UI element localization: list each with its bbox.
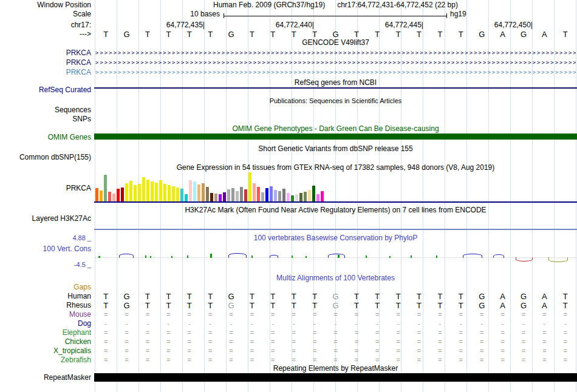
conservation-mark bbox=[228, 253, 247, 258]
base-letter: T bbox=[429, 30, 450, 38]
omim-title[interactable]: OMIM Gene Phenotypes - Dark Green Can Be… bbox=[94, 125, 577, 133]
gtex-expression-bar bbox=[197, 184, 200, 201]
gtex-gene-label[interactable]: PRKCA bbox=[0, 184, 93, 192]
alignment-symbol: - bbox=[158, 320, 179, 328]
multiz-species-label[interactable]: Rhesus bbox=[0, 302, 93, 309]
refseq-title[interactable]: RefSeq genes from NCBI bbox=[94, 79, 577, 87]
base-letter: T bbox=[179, 292, 200, 300]
conservation-mark bbox=[98, 256, 100, 258]
refseq-gene-line[interactable] bbox=[94, 87, 577, 89]
gencode-title[interactable]: GENCODE V49lift37 bbox=[94, 39, 577, 47]
alignment-symbol: = bbox=[409, 347, 429, 355]
multiz-species-label[interactable]: X_tropicalis bbox=[0, 347, 93, 355]
multiz-alignment-row[interactable]: ======================= bbox=[95, 311, 576, 319]
multiz-title[interactable]: Multiz Alignments of 100 Vertebrates bbox=[94, 274, 577, 282]
phylop-min-label: -4.5 _ bbox=[0, 261, 93, 269]
alignment-symbol: = bbox=[471, 329, 492, 337]
alignment-symbol: = bbox=[220, 338, 241, 346]
alignment-symbol: = bbox=[179, 356, 200, 364]
multiz-alignment-row[interactable]: ======================= bbox=[95, 338, 576, 346]
gencode-gene-label[interactable]: PRKCA bbox=[0, 59, 93, 67]
alignment-symbol: = bbox=[492, 338, 513, 346]
h3k27ac-label[interactable]: Layered H3K27Ac bbox=[0, 215, 93, 223]
gtex-expression-bar bbox=[253, 183, 256, 201]
multiz-species-label[interactable]: Zebrafish bbox=[0, 356, 93, 364]
gtex-expression-bar bbox=[240, 187, 243, 201]
alignment-symbol: = bbox=[429, 338, 450, 346]
gtex-expression-bar bbox=[210, 193, 213, 201]
gencode-gene-label[interactable]: PRKCA bbox=[0, 49, 93, 57]
alignment-symbol: = bbox=[242, 329, 262, 337]
multiz-alignment-row[interactable]: ======================= bbox=[95, 329, 576, 337]
alignment-symbol: = bbox=[534, 356, 555, 364]
gtex-expression-bar bbox=[146, 180, 149, 201]
h3k27ac-signal-line[interactable] bbox=[94, 229, 577, 230]
multiz-alignment-row[interactable]: TGTTTTGTTTTGTTTTTTGAGAT bbox=[95, 302, 576, 309]
repeatmasker-label[interactable]: RepeatMasker bbox=[0, 374, 93, 382]
multiz-alignment-row[interactable]: ======================= bbox=[95, 356, 576, 364]
gtex-title[interactable]: Gene Expression in 54 tissues from GTEx … bbox=[94, 164, 577, 172]
alignment-symbol: = bbox=[137, 347, 158, 355]
base-letter: T bbox=[262, 292, 283, 300]
alignment-symbol: = bbox=[158, 356, 179, 364]
alignment-symbol: = bbox=[116, 356, 137, 364]
multiz-species-label[interactable]: Mouse bbox=[0, 311, 93, 319]
gtex-expression-bar bbox=[117, 189, 120, 201]
dbsnp-label[interactable]: Common dbSNP(155) bbox=[0, 154, 93, 161]
publications-title[interactable]: Publications: Sequences in Scientific Ar… bbox=[94, 97, 577, 105]
multiz-species-label[interactable]: Human bbox=[0, 292, 93, 300]
conservation-mark bbox=[463, 254, 482, 258]
base-letter: T bbox=[262, 30, 283, 38]
gtex-expression-bar bbox=[142, 177, 145, 201]
alignment-symbol: - bbox=[534, 320, 555, 328]
refseq-curated-label[interactable]: RefSeq Curated bbox=[0, 86, 93, 94]
alignment-symbol: = bbox=[388, 329, 408, 337]
gtex-expression-chart[interactable] bbox=[95, 172, 576, 201]
multiz-species-label[interactable]: Dog bbox=[0, 320, 93, 328]
alignment-symbol: = bbox=[137, 356, 158, 364]
alignment-symbol: - bbox=[116, 320, 137, 328]
alignment-symbol: = bbox=[325, 356, 346, 364]
dna-sequence-row[interactable]: TGTTTTGTTTTGTTTTTTGAGAT bbox=[95, 30, 576, 38]
gtex-expression-bar bbox=[176, 188, 179, 201]
snps-label[interactable]: SNPs bbox=[0, 115, 93, 123]
gencode-transcript-line[interactable]: >>>>>>>>>>>>>>>>>>>>>>>>>>>>>>>>>>>>>>>>… bbox=[95, 69, 576, 76]
gencode-gene-label[interactable]: PRKCA bbox=[0, 69, 93, 76]
alignment-symbol: = bbox=[325, 329, 346, 337]
gtex-expression-bar bbox=[202, 183, 205, 201]
base-letter: T bbox=[95, 302, 116, 309]
multiz-species-label[interactable]: Gaps bbox=[0, 283, 93, 291]
multiz-alignment-row[interactable]: ======================= bbox=[95, 347, 576, 355]
multiz-species-label[interactable]: Elephant bbox=[0, 329, 93, 337]
repeatmasker-title[interactable]: Repeating Elements by RepeatMasker bbox=[94, 365, 577, 373]
alignment-symbol: = bbox=[220, 311, 241, 319]
base-letter: T bbox=[137, 30, 158, 38]
base-letter: G bbox=[325, 302, 346, 309]
alignment-symbol: = bbox=[513, 356, 534, 364]
gencode-transcript-line[interactable]: >>>>>>>>>>>>>>>>>>>>>>>>>>>>>>>>>>>>>>>>… bbox=[95, 59, 576, 66]
alignment-symbol: = bbox=[284, 356, 304, 364]
conservation-wiggle-track[interactable] bbox=[0, 239, 577, 260]
base-letter: T bbox=[304, 292, 325, 300]
alignment-symbol: = bbox=[471, 347, 492, 355]
h3k27ac-title[interactable]: H3K27Ac Mark (Often Found Near Active Re… bbox=[94, 206, 577, 214]
alignment-symbol: = bbox=[242, 311, 262, 319]
alignment-symbol: = bbox=[242, 356, 262, 364]
dbsnp-title[interactable]: Short Genetic Variants from dbSNP releas… bbox=[94, 145, 577, 153]
omim-gene-bar[interactable] bbox=[94, 133, 577, 140]
multiz-species-label[interactable]: Chicken bbox=[0, 338, 93, 346]
alignment-symbol: = bbox=[534, 329, 555, 337]
omim-genes-label[interactable]: OMIM Genes bbox=[0, 133, 93, 141]
gtex-expression-bar bbox=[244, 189, 247, 201]
repeatmasker-bar[interactable] bbox=[94, 373, 577, 382]
conservation-mark bbox=[328, 254, 345, 258]
direction-label: ---> bbox=[0, 30, 93, 38]
multiz-alignment-row[interactable]: ----------------------- bbox=[95, 320, 576, 328]
alignment-symbol: = bbox=[513, 347, 534, 355]
sequences-label[interactable]: Sequences bbox=[0, 106, 93, 114]
gencode-transcript-line[interactable]: >>>>>>>>>>>>>>>>>>>>>>>>>>>>>>>>>>>>>>>>… bbox=[95, 49, 576, 56]
multiz-alignment-row[interactable]: TGTTTTGTTTTGTTTTTTGAGAT bbox=[95, 292, 576, 300]
conservation-mark bbox=[210, 254, 212, 258]
gtex-expression-bar bbox=[138, 184, 141, 201]
base-letter: G bbox=[116, 302, 137, 309]
